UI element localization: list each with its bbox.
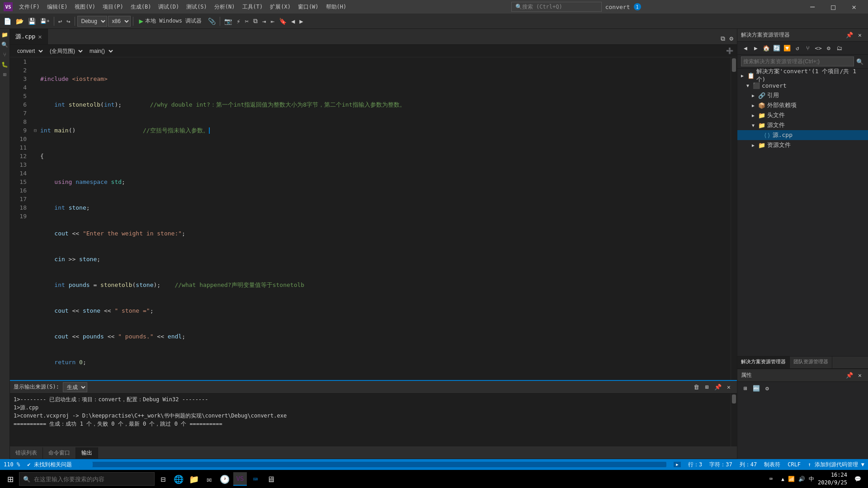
editor-scrollbar[interactable] [731, 57, 737, 380]
se-nav-fwd-btn[interactable]: ▶ [751, 43, 760, 52]
outdent-btn[interactable]: ⇤ [269, 15, 276, 27]
output-clear-btn[interactable]: 🗑 [692, 383, 701, 392]
tab-output[interactable]: 输出 [76, 447, 98, 459]
menu-build[interactable]: 生成(B) [127, 1, 155, 13]
zoom-level[interactable]: 110 % [4, 461, 20, 468]
tab-solution-explorer-bottom[interactable]: 解决方案资源管理器 [737, 357, 790, 368]
prev-btn[interactable]: ◀ [289, 15, 297, 27]
se-refresh-btn[interactable]: ↺ [793, 43, 802, 52]
keyboard-icon[interactable]: ⌨ [764, 472, 778, 486]
output-close-btn[interactable]: ✕ [724, 383, 733, 392]
editor-add-btn[interactable]: ➕ [726, 47, 733, 54]
prop-grid-btn[interactable]: ⊞ [741, 384, 750, 393]
split-editor-btn[interactable]: ⧉ [719, 33, 727, 44]
output-pin-btn[interactable]: 📌 [713, 383, 722, 392]
se-sync-btn[interactable]: 🔄 [772, 43, 781, 52]
tree-resources[interactable]: ▶ 📁 资源文件 [737, 140, 868, 150]
menu-help[interactable]: 帮助(H) [322, 1, 350, 13]
tab-command-window[interactable]: 命令窗口 [43, 447, 76, 459]
platform-select[interactable]: x86 [108, 16, 131, 27]
scroll-right-btn[interactable]: ▶ [674, 462, 681, 467]
notification-center[interactable]: 💬 [851, 472, 864, 486]
activity-git[interactable]: ⑂ [1, 51, 9, 59]
se-pin-btn[interactable]: 📌 [845, 31, 854, 40]
debug-config-select[interactable]: Debug [77, 16, 107, 27]
tree-solution[interactable]: ▶ 📋 解决方案'convert'(1 个项目/共 1 个) [737, 70, 868, 80]
prop-close-btn[interactable]: ✕ [855, 371, 864, 380]
se-settings-btn[interactable]: ⚙ [824, 43, 833, 52]
activity-debug[interactable]: 🐛 [1, 61, 9, 69]
attach-btn[interactable]: 📎 [206, 15, 217, 27]
notification-badge[interactable]: 1 [634, 3, 641, 10]
menu-window[interactable]: 窗口(W) [294, 1, 322, 13]
filename-select[interactable]: convert [14, 46, 44, 56]
menu-file[interactable]: 文件(F) [15, 1, 43, 13]
next-btn[interactable]: ▶ [297, 15, 305, 27]
output-scrollbar[interactable] [731, 394, 737, 446]
redo-btn[interactable]: ↪ [65, 15, 72, 27]
tab-settings-btn[interactable]: ⚙ [728, 33, 735, 44]
se-code-btn[interactable]: <> [814, 43, 823, 52]
tree-source-cpp[interactable]: ⟨⟩ 源.cpp [737, 130, 868, 140]
menu-test[interactable]: 测试(S) [183, 1, 211, 13]
indent-btn[interactable]: ⇥ [260, 15, 268, 27]
taskbar-vscode[interactable]: ⌨ [249, 472, 262, 486]
tab-team-explorer[interactable]: 团队资源管理器 [790, 357, 832, 368]
close-button[interactable]: ✕ [844, 0, 864, 14]
prop-settings-btn[interactable]: ⚙ [763, 384, 772, 393]
run-button[interactable]: ▶ 本地 Windows 调试器 [136, 16, 206, 26]
undo-btn[interactable]: ↩ [57, 15, 64, 27]
perf-btn[interactable]: ⚡ [235, 15, 242, 27]
taskbar-edge[interactable]: 🌐 [172, 472, 185, 486]
save-all-btn[interactable]: 💾+ [38, 15, 52, 27]
taskbar-search-input[interactable] [34, 476, 151, 483]
menu-extensions[interactable]: 扩展(X) [266, 1, 294, 13]
menu-edit[interactable]: 编辑(E) [43, 1, 71, 13]
menu-view[interactable]: 视图(V) [71, 1, 99, 13]
maximize-button[interactable]: □ [823, 0, 844, 14]
fn-select[interactable]: main() [86, 46, 114, 56]
scroll-thumb-h[interactable] [79, 462, 93, 467]
task-view-btn[interactable]: ⊟ [156, 472, 170, 486]
solution-search-input[interactable] [741, 56, 854, 66]
output-scroll-thumb[interactable] [732, 394, 736, 404]
se-nav-back-btn[interactable]: ◀ [741, 43, 750, 52]
source-control[interactable]: ↑ 添加到源代码管理 ▼ [808, 461, 864, 469]
code-content[interactable]: #include <iostream> int stonetolb(int); … [30, 57, 731, 380]
taskbar-mail[interactable]: ✉ [203, 472, 216, 486]
bookmark-btn[interactable]: 🔖 [277, 15, 288, 27]
open-btn[interactable]: 📂 [14, 15, 25, 27]
minimize-button[interactable]: ─ [802, 0, 823, 14]
output-source-select[interactable]: 生成 [63, 382, 87, 392]
menu-tools[interactable]: 工具(T) [239, 1, 267, 13]
taskbar-explorer[interactable]: 📁 [187, 472, 201, 486]
se-git-btn[interactable]: ⑂ [803, 43, 812, 52]
scope-select[interactable]: (全局范围) [46, 46, 84, 56]
activity-extensions[interactable]: ⊞ [1, 70, 9, 79]
start-button[interactable]: ⊞ [4, 472, 17, 486]
copy-btn[interactable]: ⧉ [251, 15, 259, 27]
tab-close-icon[interactable]: ✕ [38, 33, 42, 40]
se-close-btn[interactable]: ✕ [855, 31, 864, 40]
tab-error-list[interactable]: 错误列表 [10, 447, 43, 459]
prop-sort-btn[interactable]: 🔤 [752, 384, 761, 393]
taskbar-extra[interactable]: 🖥 [264, 472, 278, 486]
menu-debug[interactable]: 调试(D) [155, 1, 183, 13]
taskbar-clock[interactable]: 🕐 [218, 472, 231, 486]
screenshot-btn[interactable]: 📷 [222, 15, 234, 27]
menu-analyze[interactable]: 分析(N) [211, 1, 239, 13]
save-btn[interactable]: 💾 [26, 15, 38, 27]
tab-source-cpp[interactable]: 源.cpp ✕ [10, 29, 48, 44]
se-search-icon[interactable]: 🔍 [855, 57, 864, 66]
cut-btn[interactable]: ✂ [243, 15, 250, 27]
taskbar-vs[interactable]: VS [233, 472, 247, 486]
scroll-bar-h[interactable] [79, 462, 666, 467]
output-wrap-btn[interactable]: ⊞ [703, 383, 712, 392]
prop-pin-btn[interactable]: 📌 [845, 371, 854, 380]
new-file-btn[interactable]: 📄 [2, 15, 13, 27]
tree-external-deps[interactable]: ▶ 📦 外部依赖项 [737, 100, 868, 110]
se-home-btn[interactable]: 🏠 [762, 43, 771, 52]
activity-search[interactable]: 🔍 [1, 41, 9, 49]
tree-headers[interactable]: ▶ 📁 头文件 [737, 110, 868, 120]
tree-references[interactable]: ▶ 🔗 引用 [737, 90, 868, 100]
